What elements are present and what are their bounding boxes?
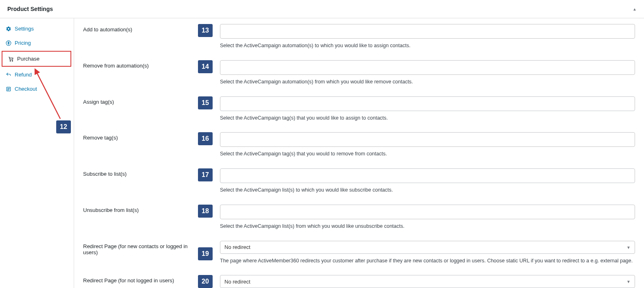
field-redirect-notlogged: Redirect Page (for not logged in users) …	[83, 275, 635, 288]
field-label: Remove from automation(s)	[83, 60, 198, 69]
field-assign-tags: Assign tag(s) 15 Select the ActiveCampai…	[83, 96, 635, 122]
annotation-number-19: 19	[198, 247, 213, 260]
sidebar-item-label: Checkout	[15, 86, 37, 92]
annotation-number-20: 20	[198, 275, 213, 288]
sidebar-item-pricing[interactable]: Pricing	[0, 36, 74, 50]
field-help: Select the ActiveCampaign automation(s) …	[220, 42, 635, 50]
field-help: Select the ActiveCampaign list(s) from w…	[220, 223, 635, 230]
subscribe-lists-input[interactable]	[220, 168, 635, 183]
unsubscribe-lists-input[interactable]	[220, 205, 635, 219]
field-help: Select the ActiveCampaign automation(s) …	[220, 78, 635, 86]
panel-title: Product Settings	[7, 6, 53, 12]
sidebar: Settings Pricing Purchase	[0, 18, 74, 288]
list-icon	[6, 86, 11, 92]
field-help: Select the ActiveCampaign tag(s) that yo…	[220, 150, 635, 158]
collapse-icon[interactable]: ▲	[633, 7, 637, 11]
field-label: Remove tag(s)	[83, 132, 198, 141]
gear-icon	[6, 26, 11, 32]
product-settings-panel: Product Settings ▲ Settings Pricing	[0, 0, 644, 288]
remove-tags-input[interactable]	[220, 132, 635, 147]
field-add-automation: Add to automation(s) 13 Select the Activ…	[83, 24, 635, 50]
panel-body: Settings Pricing Purchase	[0, 18, 644, 288]
annotation-number-12: 12	[56, 120, 71, 133]
annotation-number-15: 15	[198, 96, 213, 109]
field-remove-tags: Remove tag(s) 16 Select the ActiveCampai…	[83, 132, 635, 158]
return-icon	[6, 72, 11, 78]
assign-tags-input[interactable]	[220, 96, 635, 111]
field-label: Unsubscribe from list(s)	[83, 205, 198, 213]
redirect-notlogged-select[interactable]: No redirect ▼	[220, 275, 635, 288]
sidebar-item-refund[interactable]: Refund	[0, 68, 74, 82]
field-unsubscribe-lists: Unsubscribe from list(s) 18 Select the A…	[83, 205, 635, 230]
main-form: Add to automation(s) 13 Select the Activ…	[74, 18, 644, 288]
sidebar-item-label: Purchase	[17, 56, 40, 62]
field-help: Select the ActiveCampaign list(s) to whi…	[220, 186, 635, 194]
sidebar-item-label: Pricing	[15, 40, 31, 46]
field-redirect-new: Redirect Page (for new contacts or logge…	[83, 241, 635, 265]
chevron-down-icon: ▼	[626, 245, 631, 249]
field-help: Select the ActiveCampaign tag(s) that yo…	[220, 114, 635, 122]
field-remove-automation: Remove from automation(s) 14 Select the …	[83, 60, 635, 86]
sidebar-item-purchase[interactable]: Purchase	[2, 51, 71, 67]
field-label: Redirect Page (for new contacts or logge…	[83, 241, 198, 255]
annotation-number-14: 14	[198, 60, 213, 73]
field-label: Add to automation(s)	[83, 24, 198, 33]
annotation-number-18: 18	[198, 205, 213, 218]
add-automation-input[interactable]	[220, 24, 635, 39]
sidebar-item-checkout[interactable]: Checkout	[0, 82, 74, 96]
chevron-down-icon: ▼	[626, 279, 631, 284]
field-label: Subscribe to list(s)	[83, 168, 198, 177]
sidebar-item-label: Refund	[15, 72, 32, 78]
annotation-number-17: 17	[198, 168, 213, 181]
dollar-icon	[6, 40, 11, 46]
remove-automation-input[interactable]	[220, 60, 635, 75]
annotation-number-13: 13	[198, 24, 213, 37]
panel-header: Product Settings ▲	[0, 0, 644, 18]
sidebar-item-label: Settings	[15, 26, 34, 32]
select-value: No redirect	[224, 279, 251, 285]
annotation-number-16: 16	[198, 132, 213, 145]
field-help: The page where ActiveMember360 redirects…	[220, 257, 635, 265]
cart-icon	[8, 56, 14, 62]
redirect-new-select[interactable]: No redirect ▼	[220, 241, 635, 254]
select-value: No redirect	[224, 244, 251, 250]
sidebar-item-settings[interactable]: Settings	[0, 22, 74, 36]
field-subscribe-lists: Subscribe to list(s) 17 Select the Activ…	[83, 168, 635, 194]
svg-point-1	[10, 60, 11, 61]
field-label: Assign tag(s)	[83, 96, 198, 105]
svg-point-2	[12, 60, 13, 61]
field-label: Redirect Page (for not logged in users)	[83, 275, 198, 284]
